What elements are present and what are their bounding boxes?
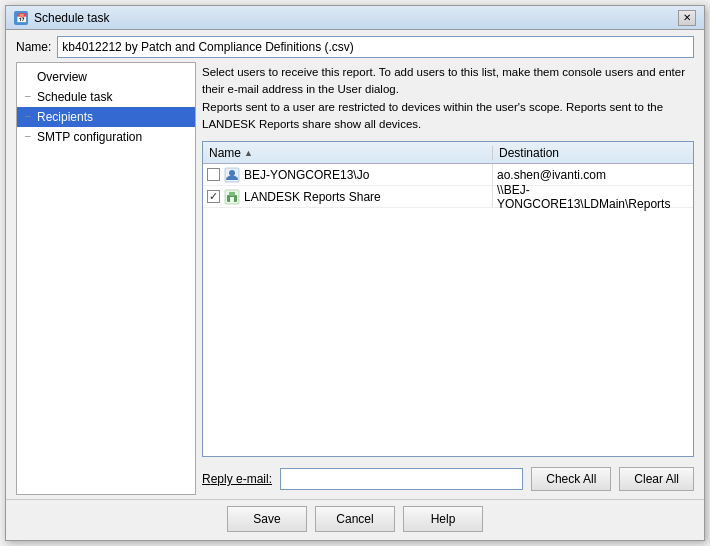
svg-point-1 bbox=[229, 170, 235, 176]
cell-name-1: BEJ-YONGCORE13\Jo bbox=[203, 164, 493, 185]
title-bar-content: 📅 Schedule task bbox=[14, 11, 109, 25]
cell-dest-2: \\BEJ-YONGCORE13\LDMain\Reports bbox=[493, 183, 693, 211]
recipients-table: Name ▲ Destination bbox=[202, 141, 694, 457]
reply-email-input[interactable] bbox=[280, 468, 523, 490]
table-row: ✓ LANDESK Reports Share \\BEJ-YONGCORE13… bbox=[203, 186, 693, 208]
reply-email-label: Reply e-mail: bbox=[202, 472, 272, 486]
sidebar-item-schedule-task[interactable]: Schedule task bbox=[17, 87, 195, 107]
svg-rect-5 bbox=[230, 197, 234, 202]
name-input[interactable] bbox=[57, 36, 694, 58]
sort-arrow-icon: ▲ bbox=[244, 148, 253, 158]
reply-email-row: Reply e-mail: Check All Clear All bbox=[202, 463, 694, 495]
table-header: Name ▲ Destination bbox=[203, 142, 693, 164]
close-button[interactable]: ✕ bbox=[678, 10, 696, 26]
share-icon bbox=[224, 189, 240, 205]
svg-rect-4 bbox=[229, 192, 235, 196]
clear-all-button[interactable]: Clear All bbox=[619, 467, 694, 491]
info-text: Select users to receive this report. To … bbox=[202, 62, 694, 135]
name-label: Name: bbox=[16, 40, 51, 54]
user-icon bbox=[224, 167, 240, 183]
row-checkbox-1[interactable] bbox=[207, 168, 220, 181]
name-row: Name: bbox=[6, 30, 704, 62]
sidebar-item-smtp-configuration[interactable]: SMTP configuration bbox=[17, 127, 195, 147]
bottom-bar: Save Cancel Help bbox=[6, 499, 704, 540]
column-header-destination: Destination bbox=[493, 146, 693, 160]
cancel-button[interactable]: Cancel bbox=[315, 506, 395, 532]
cell-dest-1: ao.shen@ivanti.com bbox=[493, 168, 693, 182]
column-header-name: Name ▲ bbox=[203, 146, 493, 160]
title-bar: 📅 Schedule task ✕ bbox=[6, 6, 704, 30]
help-button[interactable]: Help bbox=[403, 506, 483, 532]
cell-name-2: ✓ LANDESK Reports Share bbox=[203, 186, 493, 207]
check-all-button[interactable]: Check All bbox=[531, 467, 611, 491]
content-panel: Select users to receive this report. To … bbox=[202, 62, 694, 495]
table-body: BEJ-YONGCORE13\Jo ao.shen@ivanti.com ✓ bbox=[203, 164, 693, 456]
reply-label-suffix: ply e-mail: bbox=[217, 472, 272, 486]
schedule-task-window: 📅 Schedule task ✕ Name: Overview Schedul… bbox=[5, 5, 705, 541]
save-button[interactable]: Save bbox=[227, 506, 307, 532]
window-title: Schedule task bbox=[34, 11, 109, 25]
nav-panel: Overview Schedule task Recipients SMTP c… bbox=[16, 62, 196, 495]
sidebar-item-recipients[interactable]: Recipients bbox=[17, 107, 195, 127]
sidebar-item-overview[interactable]: Overview bbox=[17, 67, 195, 87]
reply-label-r: R bbox=[202, 472, 211, 486]
window-icon: 📅 bbox=[14, 11, 28, 25]
main-content: Overview Schedule task Recipients SMTP c… bbox=[6, 62, 704, 499]
checkmark-icon: ✓ bbox=[209, 190, 218, 203]
row-checkbox-2[interactable]: ✓ bbox=[207, 190, 220, 203]
